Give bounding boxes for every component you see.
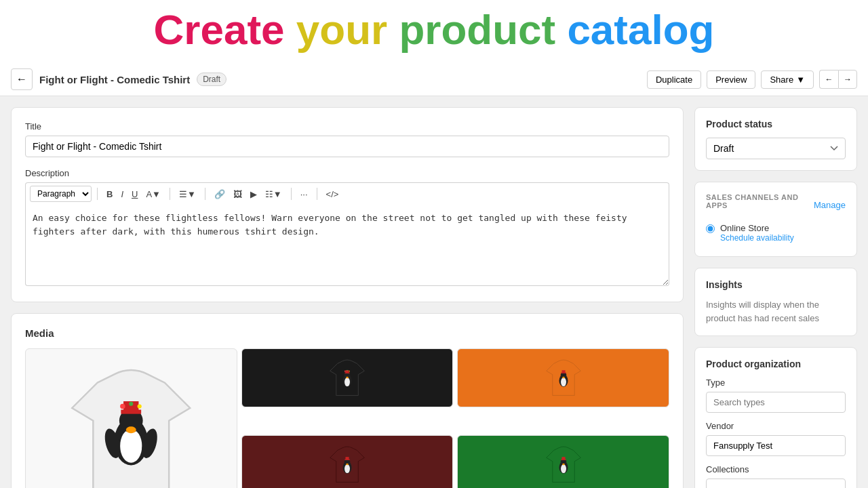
status-select[interactable]: Draft Active Archived [706,138,846,159]
tshirt-green-svg [474,441,653,488]
product-organization-card: Product organization Type Vendor Collect… [694,347,857,488]
svg-point-27 [344,464,350,473]
svg-rect-31 [345,457,349,460]
vendor-field: Vendor [706,421,846,456]
page-container: Title Description Paragraph B I U A▼ [0,107,868,488]
description-toolbar: Paragraph B I U A▼ ☰▼ 🔗 [25,182,669,205]
tshirt-maroon-svg [258,441,437,488]
type-label: Type [706,378,846,388]
toolbar-divider-2 [170,188,170,200]
svg-point-33 [561,464,566,473]
svg-point-17 [344,370,346,371]
svg-rect-37 [561,457,565,460]
video-button[interactable]: ▶ [247,187,260,201]
svg-point-10 [138,405,142,409]
title-input[interactable] [25,136,669,157]
more-button[interactable]: ··· [297,187,311,201]
underline-button[interactable]: U [128,187,141,201]
back-button[interactable]: ← [11,68,33,90]
channel-item-online-store: Online Store Schedule availability [706,223,846,243]
svg-point-19 [349,370,350,371]
page-title: Fight or Flight - Comedic Tshirt [39,74,190,85]
media-title: Media [25,327,669,339]
hero-product: product [399,6,555,53]
channel-info: Online Store Schedule availability [720,223,794,243]
paragraph-select[interactable]: Paragraph [30,186,92,202]
hero-create: Create [154,6,285,53]
channel-radio-online-store[interactable] [706,224,715,233]
top-bar-right: Duplicate Preview Share ▼ ← → [647,70,857,89]
product-organization-title: Product organization [706,359,846,369]
collections-input[interactable] [706,479,846,488]
source-button[interactable]: </> [323,187,342,201]
insights-text: Insights will display when the product h… [706,298,846,325]
svg-point-21 [561,378,566,386]
duplicate-button[interactable]: Duplicate [647,70,701,89]
collections-field: Collections [706,464,846,488]
insights-card: Insights Insights will display when the … [694,268,857,336]
title-label: Title [25,121,669,131]
title-description-card: Title Description Paragraph B I U A▼ [11,107,684,302]
product-status-title: Product status [706,119,846,129]
sidebar-column: Product status Draft Active Archived SAL… [694,107,857,488]
vendor-label: Vendor [706,421,846,431]
chevron-down-icon: ▼ [796,75,805,85]
insights-title: Insights [706,279,846,290]
vendor-input[interactable] [706,435,846,456]
top-bar-left: ← Fight or Flight - Comedic Tshirt Draft [11,68,226,90]
formatting-group: B I U A▼ [103,187,164,201]
svg-point-23 [562,376,565,378]
toolbar-divider-3 [205,188,205,200]
align-button[interactable]: ☰▼ [176,187,199,201]
share-button[interactable]: Share ▼ [761,70,814,89]
svg-point-18 [347,369,347,370]
table-button[interactable]: ☷▼ [262,187,285,201]
media-thumb-maroon[interactable] [241,435,454,488]
svg-point-35 [562,464,565,466]
description-textarea[interactable]: An easy choice for these flightless fell… [25,205,669,286]
schedule-availability-link[interactable]: Schedule availability [720,233,794,243]
media-thumb-black[interactable] [241,348,454,407]
toolbar-divider-1 [97,188,98,200]
bold-button[interactable]: B [103,187,116,201]
toolbar-divider-4 [291,188,292,200]
hero-your: your [296,6,387,53]
svg-point-12 [344,378,350,386]
svg-point-1 [120,429,142,463]
media-card: Media [11,313,684,488]
media-thumb-orange[interactable] [457,348,669,407]
sales-channels-card: SALES CHANNELS AND APPS Manage Online St… [694,182,857,257]
sales-channels-manage-link[interactable]: Manage [814,200,846,210]
channel-name: Online Store [720,223,794,233]
product-status-card: Product status Draft Active Archived [694,107,857,171]
svg-rect-25 [561,370,565,373]
type-search-input[interactable] [706,392,846,413]
media-main-image[interactable] [25,348,237,488]
hero-catalog: catalog [567,6,714,53]
toolbar-divider-5 [317,188,317,200]
type-field: Type [706,378,846,413]
svg-point-29 [346,464,349,466]
next-button[interactable]: → [838,70,857,89]
align-group: ☰▼ [176,187,199,201]
tshirt-white-svg [47,349,216,488]
color-button[interactable]: A▼ [142,187,164,201]
tshirt-black-svg [258,354,437,403]
description-label: Description [25,168,669,178]
nav-arrows: ← → [819,70,857,89]
media-thumb-green[interactable] [457,435,669,488]
link-button[interactable]: 🔗 [211,187,229,201]
preview-button[interactable]: Preview [707,70,755,89]
image-button[interactable]: 🖼 [230,187,245,201]
tshirt-orange-svg [474,354,653,403]
top-bar: ← Fight or Flight - Comedic Tshirt Draft… [0,63,868,96]
italic-button[interactable]: I [117,187,127,201]
svg-point-9 [129,402,133,406]
hero-banner: Create your product catalog [0,0,868,63]
prev-button[interactable]: ← [819,70,838,89]
media-grid [25,348,669,488]
svg-point-14 [346,376,349,378]
sales-channels-label: SALES CHANNELS AND APPS [706,193,814,209]
draft-badge: Draft [197,73,226,86]
svg-point-3 [126,427,136,434]
